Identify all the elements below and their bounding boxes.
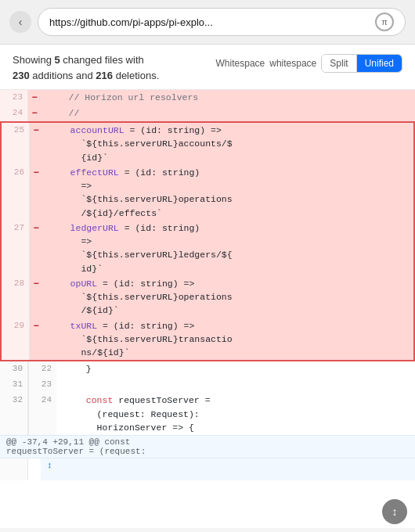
diff-row-29: 29 − txURL = (id: string) => `${this.ser… — [2, 318, 413, 361]
diff-sign-24: − — [28, 106, 41, 121]
changed-files-label: changed files — [63, 54, 123, 66]
unified-button[interactable]: Unified — [357, 55, 402, 72]
diff-code-31 — [69, 377, 415, 393]
back-icon: ‹ — [19, 16, 23, 28]
split-button[interactable]: Split — [322, 55, 356, 72]
view-controls: Whitespace whitespace Split Unified — [216, 54, 402, 73]
additions-label: additions — [32, 70, 73, 81]
diff-sign-bottom — [28, 458, 41, 480]
diff-row-bottom: ↕ — [0, 458, 415, 480]
line-num-bottom — [0, 458, 28, 480]
pi-icon: π — [375, 13, 394, 31]
whitespace-label: Whitespace — [216, 58, 265, 69]
diff-code-29: txURL = (id: string) => `${this.serverUR… — [42, 318, 413, 361]
additions-count: 230 — [13, 70, 30, 81]
diff-row-32: 32 24 const requestToServer = (request: … — [0, 393, 415, 435]
scroll-to-top-button[interactable]: ↕ — [382, 499, 407, 524]
highlighted-block: 25 − accountURL = (id: string) => `${thi… — [0, 121, 415, 361]
line-num-24: 24 — [28, 393, 56, 435]
scroll-icon: ↕ — [392, 505, 398, 518]
line-num-23: 23 — [0, 90, 28, 106]
info-text: Showing 5 changed files with 230 additio… — [13, 52, 159, 83]
diff-code-25: accountURL = (id: string) => `${this.ser… — [42, 123, 413, 165]
diff-code-32: const requestToServer = (request: Reques… — [69, 393, 415, 435]
diff-row-27: 27 − ledgerURL = (id: string) => `${this… — [2, 221, 413, 276]
diff-sign-30 — [56, 361, 69, 377]
line-num-29: 29 — [2, 318, 30, 361]
line-num-25: 25 — [2, 123, 30, 165]
diff-code-26: effectURL = (id: string) => `${this.serv… — [42, 165, 413, 221]
diff-sign-32 — [56, 393, 69, 435]
diff-code-30: } — [69, 361, 415, 377]
diff-row-26: 26 − effectURL = (id: string) => `${this… — [2, 165, 413, 221]
diff-code-23: // Horizon url resolvers — [41, 90, 415, 106]
whitespace-value: whitespace — [269, 58, 316, 69]
diff-sign-27: − — [30, 221, 42, 276]
line-num-27: 27 — [2, 221, 30, 276]
diff-sign-25: − — [30, 123, 42, 165]
browser-bar: ‹ https://github.com/pi-apps/pi-explo...… — [0, 0, 415, 45]
showing-label: Showing — [13, 54, 52, 66]
deletions-count: 216 — [96, 70, 113, 81]
line-num-24: 24 — [0, 106, 28, 121]
line-num-23: 23 — [28, 377, 56, 393]
with-label: with — [126, 54, 144, 66]
info-bar: Showing 5 changed files with 230 additio… — [0, 45, 415, 90]
diff-row-28: 28 − opURL = (id: string) => `${this.ser… — [2, 276, 413, 318]
diff-container[interactable]: 23 − // Horizon url resolvers 24 − // 25… — [0, 90, 415, 528]
changed-files-count: 5 — [55, 54, 60, 66]
url-bar[interactable]: https://github.com/pi-apps/pi-explo... π — [38, 8, 406, 36]
diff-sign-31 — [56, 377, 69, 393]
diff-sign-26: − — [30, 165, 42, 221]
diff-row-23: 23 − // Horizon url resolvers — [0, 90, 415, 106]
diff-code-27: ledgerURL = (id: string) => `${this.serv… — [42, 221, 413, 276]
line-num-30: 30 — [0, 361, 28, 377]
diff-code-bottom: ↕ — [41, 458, 415, 480]
view-toggle-group: Split Unified — [321, 54, 402, 73]
diff-sign-29: − — [30, 318, 42, 361]
line-num-26: 26 — [2, 165, 30, 221]
diff-row-30: 30 22 } — [0, 361, 415, 377]
diff-code-28: opURL = (id: string) => `${this.serverUR… — [42, 276, 413, 318]
hunk-header: @@ -37,4 +29,11 @@ const requestToServer… — [0, 435, 415, 458]
line-num-32: 32 — [0, 393, 28, 435]
url-text: https://github.com/pi-apps/pi-explo... — [49, 16, 213, 28]
diff-sign-28: − — [30, 276, 42, 318]
and-label: and — [76, 70, 93, 81]
diff-code-24: // — [41, 106, 415, 121]
line-num-31: 31 — [0, 377, 28, 393]
line-num-28: 28 — [2, 276, 30, 318]
diff-row-25: 25 − accountURL = (id: string) => `${thi… — [2, 123, 413, 165]
diff-row-31: 31 23 — [0, 377, 415, 393]
diff-sign-23: − — [28, 90, 41, 106]
deletions-label: deletions. — [116, 70, 160, 81]
diff-row-24: 24 − // — [0, 106, 415, 121]
line-num-22: 22 — [28, 361, 56, 377]
back-button[interactable]: ‹ — [9, 11, 31, 33]
